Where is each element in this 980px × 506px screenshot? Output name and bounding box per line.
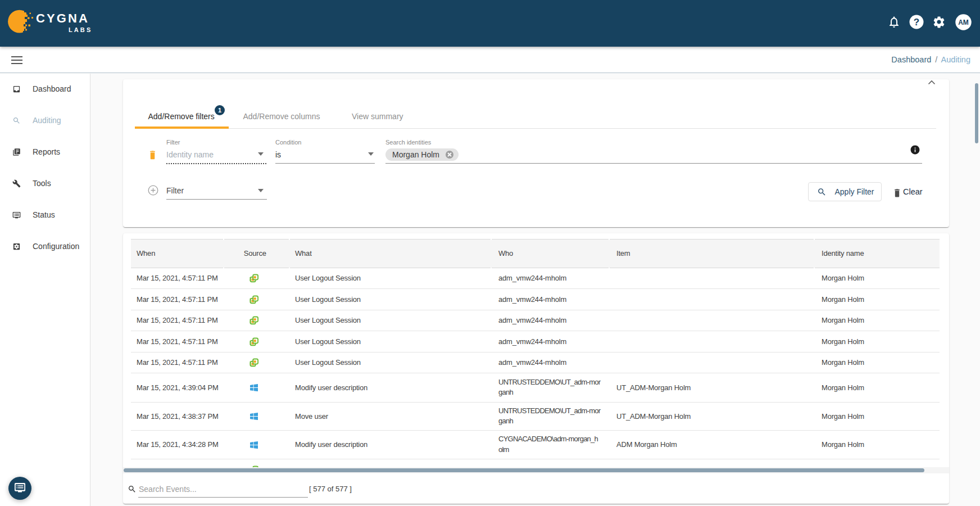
svg-text:?: ? [914,17,919,28]
svg-text:AM: AM [958,19,969,26]
